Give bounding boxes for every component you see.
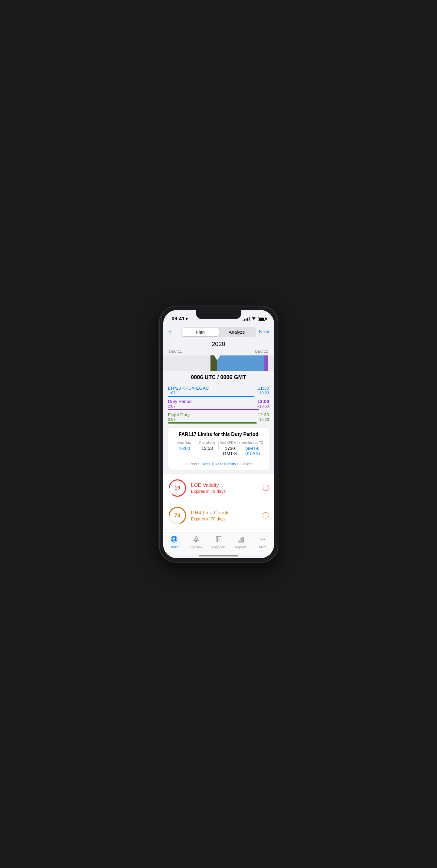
main-content[interactable]: + Plan Analyze Now 2020 DEC 11 DEC 12 — [163, 324, 274, 532]
status-icons — [243, 316, 266, 321]
alert-item-dh4[interactable]: 78 DH4 Line Check Expires in 78 days ⓘ — [163, 502, 274, 529]
tab-icon-flynow — [192, 535, 200, 545]
fd-label: Flight Duty — [168, 412, 190, 417]
tab-bar: Radar Fly Now Logbook Reports More — [163, 532, 274, 555]
year-label: 2020 — [163, 339, 274, 349]
tab-icon-more — [259, 535, 267, 545]
svg-rect-22 — [242, 537, 244, 542]
far-acclimated-label: Acclimated TZ — [241, 441, 264, 444]
far-dep-value: 1730 GMT-8 — [219, 446, 241, 456]
far-max-duty: Max Duty 16:00 — [173, 441, 196, 451]
date-row: DEC 11 DEC 12 — [163, 349, 274, 354]
tab-label-flynow: Fly Now — [190, 545, 202, 549]
fd-time-neg: -10:23 — [258, 417, 269, 422]
plan-tab[interactable]: Plan — [182, 328, 219, 336]
route-time-val: 11:30 — [258, 385, 269, 391]
alert-text-dh4: DH4 Line Check Expires in 78 days — [191, 510, 258, 521]
fd-time-right: 12:30 -10:23 — [258, 412, 269, 422]
alert-item-loe[interactable]: 19 LOE Validity Expires in 19 days ⓘ — [163, 474, 274, 502]
phone-frame: 09:41 ▶ — [160, 306, 278, 562]
alert-sub-dh4: Expires in 78 days — [191, 517, 258, 521]
fd-progress-bar — [168, 422, 257, 424]
svg-point-24 — [260, 538, 262, 540]
utc-label: 0006 UTC / 0006 GMT — [163, 372, 274, 382]
duty-time-neg: -10:53 — [257, 404, 269, 408]
flight-info-section: LTP23 KPDX-EGAC 1:07 11:30 -10:23 Duty P… — [163, 384, 274, 424]
route-sub: 1:07 — [168, 391, 209, 395]
fd-time-val: 12:30 — [258, 412, 269, 417]
alert-info-icon-loe[interactable]: ⓘ — [262, 484, 269, 493]
duty-time-val: 13:00 — [257, 399, 269, 404]
top-nav: + Plan Analyze Now — [163, 324, 274, 339]
far-max-duty-value: 16:00 — [173, 446, 196, 451]
route-row: LTP23 KPDX-EGAC 1:07 11:30 -10:23 — [168, 385, 269, 395]
date-right: DEC 12 — [255, 349, 268, 353]
tab-reports[interactable]: Reports — [229, 535, 252, 549]
far-bottom-crew: 3 Crew • — [184, 462, 200, 466]
far117-stats: Max Duty 16:00 Remaining 13:53 Dep KPDX … — [173, 441, 264, 456]
svg-rect-20 — [238, 540, 239, 542]
tab-icon-reports — [237, 535, 245, 545]
alert-text-loe: LOE Validity Expires in 19 days — [191, 482, 258, 494]
home-indicator — [199, 555, 238, 556]
segment-control: Plan Analyze — [181, 327, 256, 337]
alert-number-dh4: 78 — [175, 513, 180, 519]
signal-icon — [243, 317, 250, 321]
tab-flynow[interactable]: Fly Now — [185, 535, 208, 549]
route-progress-bar — [168, 396, 254, 397]
tab-label-radar: Radar — [169, 545, 179, 549]
alert-title-dh4: DH4 Line Check — [191, 510, 258, 516]
alert-info-icon-dh4[interactable]: ⓘ — [262, 511, 269, 520]
alert-sub-loe: Expires in 19 days — [191, 489, 258, 494]
alert-item-ir[interactable]: 43 IR Rating Expires in 43 days ⓘ — [163, 529, 274, 532]
route-time-neg: -10:23 — [258, 391, 269, 395]
tab-icon-radar — [170, 535, 178, 545]
tab-label-more: More — [259, 545, 267, 549]
add-button[interactable]: + — [168, 328, 179, 336]
tl-purple-block — [264, 355, 268, 371]
duty-progress-bar — [168, 409, 259, 410]
fd-row: Flight Duty 2:07 12:30 -10:23 — [168, 412, 269, 422]
timeline-bar[interactable] — [163, 355, 274, 371]
svg-point-15 — [196, 538, 197, 539]
far117-title: FAR117 Limits for this Duty Period — [173, 432, 264, 437]
alert-title-loe: LOE Validity — [191, 482, 258, 488]
notch — [196, 310, 241, 319]
tab-logbook[interactable]: Logbook — [208, 535, 229, 549]
alert-circle-dh4: 78 — [168, 506, 187, 525]
tab-icon-logbook — [215, 535, 223, 545]
wifi-icon — [251, 316, 256, 321]
status-time: 09:41 ▶ — [172, 316, 188, 322]
now-button[interactable]: Now — [258, 329, 269, 335]
fd-sub: 2:07 — [168, 417, 190, 422]
svg-rect-21 — [240, 538, 241, 542]
far-bottom-rest: Class 1 Rest Facility — [200, 462, 236, 466]
tab-label-logbook: Logbook — [212, 545, 225, 549]
tab-label-reports: Reports — [235, 545, 247, 549]
location-icon: ▶ — [186, 317, 188, 321]
far-remaining: Remaining 13:53 — [196, 441, 219, 451]
far-acclimated: Acclimated TZ GMT-8 (KLAX) — [241, 441, 264, 456]
route-label: LTP23 KPDX-EGAC — [168, 385, 209, 391]
far-bottom-flight: • 1 Flight — [236, 462, 253, 466]
tl-current-marker — [214, 355, 220, 360]
tab-more[interactable]: More — [252, 535, 274, 549]
analyze-tab[interactable]: Analyze — [219, 328, 255, 336]
time-display: 09:41 — [172, 316, 185, 322]
far-dep-label: Dep KPDX by — [219, 441, 241, 444]
far-acclimated-value: GMT-8 (KLAX) — [241, 446, 264, 456]
route-time-right: 11:30 -10:23 — [258, 385, 269, 395]
duty-row: Duty Period 2:07 13:00 -10:53 — [168, 399, 269, 408]
battery-icon — [258, 317, 266, 321]
duty-time-right: 13:00 -10:53 — [257, 399, 269, 408]
alert-number-loe: 19 — [175, 485, 180, 491]
date-left: DEC 11 — [169, 349, 182, 353]
tab-radar[interactable]: Radar — [163, 535, 185, 549]
duty-sub: 2:07 — [168, 404, 192, 408]
phone-screen: 09:41 ▶ — [163, 310, 274, 558]
alert-circle-loe: 19 — [168, 479, 187, 497]
far-dep: Dep KPDX by 1730 GMT-8 — [219, 441, 241, 456]
tl-blue-block — [217, 355, 264, 371]
far-remaining-value: 13:53 — [196, 446, 219, 451]
alerts-section: 19 LOE Validity Expires in 19 days ⓘ 78 … — [163, 474, 274, 532]
